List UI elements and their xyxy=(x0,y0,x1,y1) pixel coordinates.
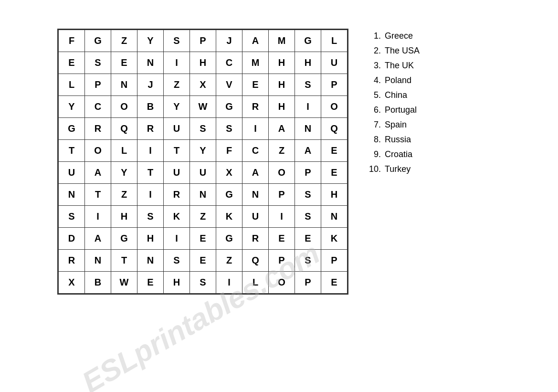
list-item-word: Turkey xyxy=(385,164,411,174)
grid-cell: I xyxy=(295,96,321,118)
grid-cell: Z xyxy=(111,30,137,52)
grid-cell: G xyxy=(216,96,242,118)
grid-cell: A xyxy=(269,118,295,140)
list-item: 8.Russia xyxy=(368,135,444,145)
grid-cell: E xyxy=(321,162,347,184)
grid-cell: B xyxy=(85,272,111,294)
grid-cell: A xyxy=(295,140,321,162)
grid-cell: X xyxy=(190,74,216,96)
grid-cell: G xyxy=(295,30,321,52)
grid-cell: A xyxy=(85,162,111,184)
grid-cell: F xyxy=(216,140,242,162)
grid-cell: N xyxy=(137,52,164,74)
list-item-word: Greece xyxy=(385,31,413,41)
grid-cell: I xyxy=(85,206,111,228)
grid-cell: S xyxy=(190,272,216,294)
grid-cell: A xyxy=(242,30,269,52)
list-item: 3.The UK xyxy=(368,61,444,71)
list-item-word: China xyxy=(385,90,407,100)
grid-cell: P xyxy=(295,272,321,294)
grid-cell: Y xyxy=(59,96,85,118)
list-item: 2.The USA xyxy=(368,46,444,56)
grid-cell: Y xyxy=(164,96,190,118)
grid-cell: Z xyxy=(216,250,242,272)
grid-cell: V xyxy=(216,74,242,96)
grid-cell: P xyxy=(321,74,347,96)
grid-cell: N xyxy=(295,118,321,140)
grid-cell: E xyxy=(137,272,164,294)
wordsearch-container: FGZYSPJAMGLESENIHCMHHULPNJZXVEHSPYCOBYWG… xyxy=(57,29,444,295)
grid-cell: P xyxy=(85,74,111,96)
grid-cell: S xyxy=(164,250,190,272)
grid-cell: H xyxy=(164,272,190,294)
list-item-number: 3. xyxy=(368,61,381,71)
grid-cell: Z xyxy=(190,206,216,228)
grid-cell: P xyxy=(269,184,295,206)
grid-cell: H xyxy=(269,96,295,118)
grid-cell: N xyxy=(137,250,164,272)
grid-cell: N xyxy=(59,184,85,206)
list-item-number: 9. xyxy=(368,149,381,159)
grid-cell: S xyxy=(59,206,85,228)
list-item-number: 1. xyxy=(368,31,381,41)
grid-cell: N xyxy=(242,184,269,206)
grid-cell: P xyxy=(190,30,216,52)
grid-cell: P xyxy=(269,250,295,272)
grid-cell: N xyxy=(111,74,137,96)
grid-cell: A xyxy=(85,228,111,250)
grid-cell: L xyxy=(321,30,347,52)
grid-cell: R xyxy=(164,184,190,206)
grid-cell: S xyxy=(295,74,321,96)
grid-cell: G xyxy=(216,184,242,206)
grid-cell: S xyxy=(137,206,164,228)
grid-cell: O xyxy=(269,272,295,294)
grid-cell: S xyxy=(85,52,111,74)
grid-cell: H xyxy=(190,52,216,74)
list-item: 1.Greece xyxy=(368,31,444,41)
list-item-word: Portugal xyxy=(385,105,417,115)
grid-cell: C xyxy=(85,96,111,118)
grid-cell: U xyxy=(190,162,216,184)
grid-cell: M xyxy=(242,52,269,74)
list-item-number: 8. xyxy=(368,135,381,145)
grid-cell: I xyxy=(216,272,242,294)
grid-cell: I xyxy=(137,140,164,162)
list-item-number: 4. xyxy=(368,75,381,85)
grid-cell: H xyxy=(269,52,295,74)
list-item: 7.Spain xyxy=(368,120,444,130)
grid-cell: U xyxy=(164,118,190,140)
grid-cell: H xyxy=(295,52,321,74)
grid-cell: R xyxy=(137,118,164,140)
grid-cell: T xyxy=(111,250,137,272)
list-item: 4.Poland xyxy=(368,75,444,85)
grid-cell: G xyxy=(59,118,85,140)
grid-cell: Y xyxy=(137,30,164,52)
grid-cell: T xyxy=(85,184,111,206)
grid-cell: E xyxy=(190,228,216,250)
grid-cell: H xyxy=(137,228,164,250)
grid-cell: S xyxy=(295,206,321,228)
grid-cell: N xyxy=(321,206,347,228)
list-item-word: Spain xyxy=(385,120,407,130)
grid-cell: J xyxy=(216,30,242,52)
grid-cell: E xyxy=(295,228,321,250)
grid-cell: G xyxy=(216,228,242,250)
grid-cell: R xyxy=(242,228,269,250)
grid-cell: G xyxy=(111,228,137,250)
grid-cell: E xyxy=(269,228,295,250)
grid-cell: N xyxy=(190,184,216,206)
grid-cell: S xyxy=(295,250,321,272)
wordsearch-grid: FGZYSPJAMGLESENIHCMHHULPNJZXVEHSPYCOBYWG… xyxy=(58,30,347,294)
grid-cell: Z xyxy=(269,140,295,162)
grid-cell: X xyxy=(216,162,242,184)
grid-cell: E xyxy=(242,74,269,96)
grid-cell: D xyxy=(59,228,85,250)
grid-cell: I xyxy=(242,118,269,140)
grid-cell: Q xyxy=(242,250,269,272)
grid-cell: H xyxy=(269,74,295,96)
list-item: 5.China xyxy=(368,90,444,100)
grid-cell: P xyxy=(295,162,321,184)
grid-cell: I xyxy=(164,52,190,74)
grid-cell: X xyxy=(59,272,85,294)
grid-cell: Z xyxy=(164,74,190,96)
